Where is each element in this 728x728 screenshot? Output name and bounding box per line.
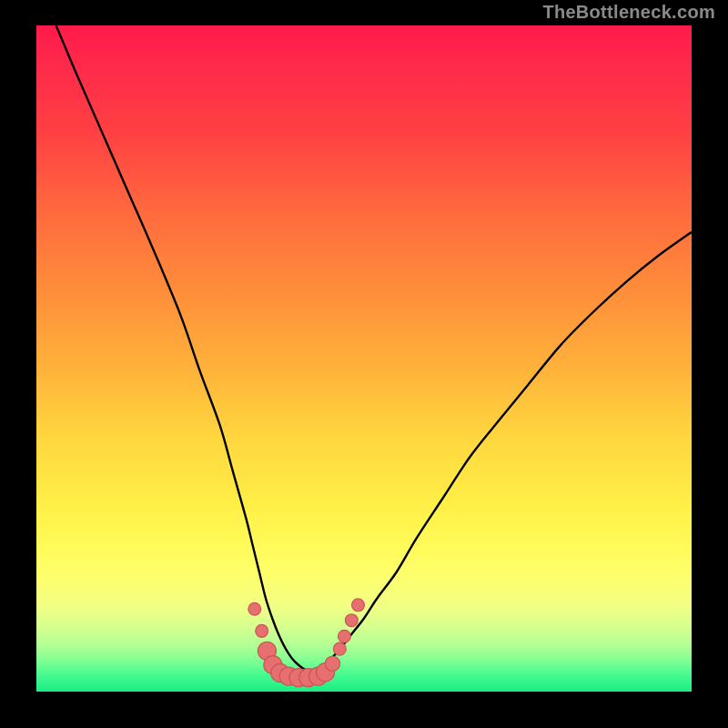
gradient-background bbox=[36, 25, 692, 692]
watermark-text: TheBottleneck.com bbox=[542, 2, 715, 23]
chart-stage: TheBottleneck.com bbox=[0, 0, 728, 728]
plot-area bbox=[36, 25, 692, 692]
